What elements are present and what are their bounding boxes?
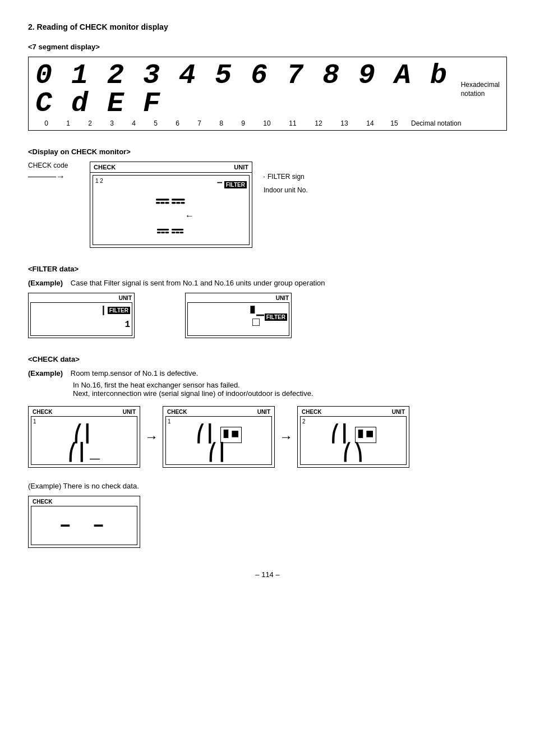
filter-box1-filter-line: | FILTER bbox=[100, 305, 130, 316]
monitor-outer-header: CHECK UNIT bbox=[90, 162, 252, 173]
no-check-header: CHECK bbox=[30, 498, 138, 505]
dec-8: 8 bbox=[210, 119, 232, 127]
filter-box2-badge: FILTER bbox=[265, 314, 287, 321]
dec-1: 1 bbox=[57, 119, 79, 127]
check-box-3: CHECK UNIT 2 ⎛⎜ ∎■ ⎛⎞ bbox=[297, 406, 409, 468]
hex-notation-label: Hexadecimalnotation bbox=[461, 81, 500, 98]
filter-box2-seg: ∎⎯ □ bbox=[248, 305, 263, 329]
filter-boxes-row: UNIT | FILTER 1 UNIT ∎⎯ bbox=[28, 293, 507, 338]
check-box3-upper: ⎛⎜ ∎■ bbox=[302, 426, 404, 444]
section1-title: <7 segment display> bbox=[28, 43, 507, 51]
check-example-text1: Room temp.sensor of No.1 is defective. bbox=[71, 369, 199, 377]
filter-sign-line: FILTER sign bbox=[264, 173, 308, 181]
filter-box-2: UNIT ∎⎯ □ FILTER bbox=[185, 293, 292, 338]
no-check-label-line: (Example) There is no check data. bbox=[28, 482, 507, 490]
dec-7: 7 bbox=[188, 119, 210, 127]
segment-chars: 0 1 2 3 4 5 6 7 8 9 A b C d E F bbox=[35, 62, 450, 118]
arrow-2: → bbox=[279, 429, 293, 445]
check-example-text2: In No.16, first the heat exchanger senso… bbox=[73, 381, 507, 389]
filter-badge-area: ⁻ FILTER bbox=[216, 178, 247, 191]
filter-box1-header: UNIT bbox=[30, 294, 133, 302]
no-check-inner: – – bbox=[31, 506, 137, 545]
check-box2-inner: 1 ⎛⎜ ∎■ ⎛⎜ bbox=[165, 416, 272, 465]
filter-box1-num: 1 bbox=[124, 320, 130, 330]
dec-6: 6 bbox=[167, 119, 188, 127]
dec-11: 11 bbox=[280, 119, 306, 127]
monitor-inner-box: 1 2 ⁻ FILTER ⎓⎓ ← ⎓⎓ bbox=[93, 175, 250, 245]
check-box1-header: CHECK UNIT bbox=[30, 408, 138, 416]
unit-arrow: ⁻ bbox=[216, 178, 223, 191]
filter-box2-unit-label: UNIT bbox=[276, 295, 289, 301]
dec-14: 14 bbox=[357, 119, 383, 127]
monitor-display-area: CHECK code → CHECK UNIT 1 2 ⁻ FILTER bbox=[28, 162, 507, 248]
check-box2-header: CHECK UNIT bbox=[165, 408, 273, 416]
check-box3-lower: ⎛⎞ bbox=[302, 444, 404, 463]
check-box3-unit-label: UNIT bbox=[392, 409, 405, 415]
check-box3-inner: 2 ⎛⎜ ∎■ ⎛⎞ bbox=[300, 416, 407, 465]
dec-3: 3 bbox=[101, 119, 123, 127]
check-box-1: CHECK UNIT 1 ⎛⎜ ⎛⎜_ bbox=[28, 406, 140, 468]
monitor-sub-num: 1 2 bbox=[95, 178, 103, 184]
no-check-box: CHECK – – bbox=[28, 496, 140, 548]
dec-10: 10 bbox=[254, 119, 280, 127]
dec-12: 12 bbox=[306, 119, 331, 127]
check-box1-upper: ⎛⎜ bbox=[33, 426, 135, 444]
filter-box2-header: UNIT bbox=[187, 294, 290, 302]
check-box2-unit-label: UNIT bbox=[257, 409, 270, 415]
check-box3-header: CHECK UNIT bbox=[299, 408, 407, 416]
section3-title: <FILTER data> bbox=[28, 265, 507, 273]
decimal-row: 0 1 2 3 4 5 6 7 8 9 10 11 12 13 14 15 De… bbox=[35, 119, 500, 127]
dec-13: 13 bbox=[331, 119, 357, 127]
segment-row: 0 1 2 3 4 5 6 7 8 9 A b C d E F Hexadeci… bbox=[35, 62, 500, 118]
filter-example-text: Case that Filter signal is sent from No.… bbox=[71, 279, 325, 287]
dec-2: 2 bbox=[79, 119, 101, 127]
filter-box1-unit-label: UNIT bbox=[119, 295, 132, 301]
lower-seg-display: ⎓⎓ bbox=[95, 222, 247, 242]
check-box2-upper: ⎛⎜ ∎■ bbox=[168, 426, 270, 444]
section2-title: <Display on CHECK monitor> bbox=[28, 147, 507, 156]
check-code-label: CHECK code bbox=[28, 162, 79, 169]
monitor-box: CHECK UNIT 1 2 ⁻ FILTER ⎓⎓ ← bbox=[90, 162, 252, 248]
filter-box2-filter-line: ∎⎯ □ FILTER bbox=[248, 305, 287, 329]
dec-4: 4 bbox=[123, 119, 145, 127]
check-boxes-row: CHECK UNIT 1 ⎛⎜ ⎛⎜_ → CHECK UNIT 1 bbox=[28, 406, 507, 468]
filter-box1-badge: FILTER bbox=[108, 307, 130, 314]
filter-sign-label: FILTER sign bbox=[268, 173, 305, 181]
filter-badge: FILTER bbox=[224, 181, 247, 188]
example-label-check: (Example) bbox=[28, 369, 63, 377]
unit-label-header: UNIT bbox=[234, 164, 248, 170]
decimal-notation-label: Decimal notation bbox=[411, 119, 461, 127]
dash-display: – – bbox=[59, 514, 109, 537]
filter-box1-inner: | FILTER 1 bbox=[30, 302, 132, 336]
check-example-header: (Example) Room temp.sensor of No.1 is de… bbox=[28, 369, 507, 377]
check-box2-lower: ⎛⎜ bbox=[168, 444, 270, 463]
dec-5: 5 bbox=[145, 119, 167, 127]
filter-box-1: UNIT | FILTER 1 bbox=[28, 293, 135, 338]
dec-0: 0 bbox=[35, 119, 57, 127]
section4-title: <CHECK data> bbox=[28, 355, 507, 363]
check-box3-num: 2 bbox=[302, 418, 404, 426]
check-box1-unit-label: UNIT bbox=[123, 409, 136, 415]
no-check-label: (Example) There is no check data. bbox=[28, 482, 139, 490]
check-box-2: CHECK UNIT 1 ⎛⎜ ∎■ ⎛⎜ bbox=[163, 406, 275, 468]
check-box1-inner: 1 ⎛⎜ ⎛⎜_ bbox=[31, 416, 137, 465]
check-box1-check-label: CHECK bbox=[33, 409, 53, 415]
dec-15: 15 bbox=[383, 119, 405, 127]
check-box1-lower: ⎛⎜_ bbox=[33, 444, 135, 463]
segment-display-container: 0 1 2 3 4 5 6 7 8 9 A b C d E F Hexadeci… bbox=[28, 57, 507, 131]
dec-9: 9 bbox=[232, 119, 254, 127]
check-label-header: CHECK bbox=[94, 164, 116, 170]
monitor-labels: FILTER sign Indoor unit No. bbox=[264, 162, 308, 194]
filter-box2-inner: ∎⎯ □ FILTER bbox=[187, 302, 289, 336]
indoor-unit-no-label: Indoor unit No. bbox=[264, 186, 308, 194]
filter-box1-unit-num: 1 bbox=[124, 316, 130, 331]
example-label-filter: (Example) bbox=[28, 279, 63, 287]
check-box3-check-label: CHECK bbox=[302, 409, 322, 415]
page-number: – 114 – bbox=[28, 570, 507, 579]
indoor-unit-no-line: Indoor unit No. bbox=[264, 186, 308, 194]
indoor-unit-arrow: ← bbox=[185, 211, 247, 221]
check-box2-num: 1 bbox=[168, 418, 270, 426]
arrow-1: → bbox=[145, 429, 158, 445]
upper-seg-display: ⎓⎓ bbox=[95, 191, 247, 214]
filter-example-line: (Example) Case that Filter signal is sen… bbox=[28, 279, 507, 287]
